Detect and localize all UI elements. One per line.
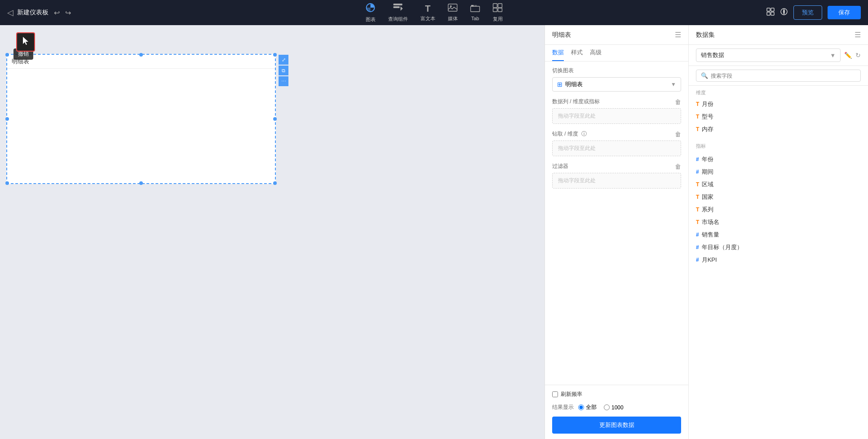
svg-point-5 (450, 5, 452, 7)
widget-copy-button[interactable]: ⧉ (279, 66, 288, 75)
extract-dim-delete-icon[interactable]: 🗑 (675, 131, 681, 138)
update-chart-button[interactable]: 更新图表数据 (552, 417, 681, 434)
main-area: 撤销 明细表 ⤢ ⧉ ⋯ 明细表 (0, 25, 868, 439)
dataset-title: 数据集 (696, 31, 715, 39)
toolbar-reuse[interactable]: 复用 (493, 3, 503, 22)
svg-rect-8 (474, 5, 477, 7)
switch-table-dropdown[interactable]: ⊞ 明细表 ▼ (552, 77, 681, 92)
theme-button[interactable] (780, 8, 788, 18)
handle-bot-center[interactable] (139, 181, 143, 185)
field-item[interactable]: #年份 (696, 153, 861, 166)
svg-rect-7 (471, 5, 474, 7)
dataset-edit-button[interactable]: ✏️ (844, 52, 852, 59)
field-item[interactable]: T型号 (696, 110, 861, 123)
toolbar-center: 图表 查询组件 T 富文本 (366, 3, 503, 23)
sub-panel-header: 明细表 ☰ (545, 25, 688, 45)
cursor-icon-box (16, 32, 35, 52)
result-row: 结果显示 全部 1000 (552, 404, 681, 411)
handle-bot-left[interactable] (5, 181, 9, 185)
switch-table-value: 明细表 (565, 80, 583, 88)
handle-top-left[interactable] (5, 53, 9, 57)
field-item[interactable]: T系列 (696, 203, 861, 216)
toolbar-media[interactable]: 媒体 (448, 4, 458, 22)
sub-panel-title: 明细表 (552, 31, 571, 39)
bottom-section: 刷新频率 结果显示 全部 1000 更新图表数 (545, 385, 688, 439)
dataset-chevron-icon: ▼ (830, 52, 836, 59)
field-item[interactable]: #期间 (696, 166, 861, 178)
tab-icon (470, 4, 480, 14)
filter-section: 过滤器 🗑 拖动字段至此处 (552, 162, 681, 189)
field-item[interactable]: T月份 (696, 98, 861, 110)
data-columns-drop-zone[interactable]: 拖动字段至此处 (552, 108, 681, 124)
extract-dim-section: 钻取 / 维度 ⓘ 🗑 拖动字段至此处 (552, 130, 681, 156)
svg-marker-3 (401, 6, 403, 11)
canvas-area[interactable]: 撤销 明细表 ⤢ ⧉ ⋯ (0, 25, 545, 439)
panel-menu-icon[interactable]: ☰ (675, 31, 681, 39)
tab-advanced[interactable]: 高级 (590, 48, 602, 61)
top-bar: ◁ 新建仪表板 ↩ ↪ 图表 (0, 0, 868, 25)
handle-top-center[interactable] (139, 53, 143, 57)
undo-button[interactable]: ↩ (52, 7, 62, 19)
refresh-checkbox[interactable] (552, 391, 558, 397)
handle-top-right[interactable] (273, 53, 277, 57)
switch-chart-label: 切换图表 (552, 67, 681, 75)
toolbar-richtext-label: 富文本 (421, 15, 435, 22)
data-columns-delete-icon[interactable]: 🗑 (675, 98, 681, 105)
field-search-input[interactable] (711, 73, 856, 79)
redo-button[interactable]: ↪ (63, 7, 73, 19)
handle-bot-right[interactable] (273, 181, 277, 185)
dataset-dropdown[interactable]: 销售数据 ▼ (696, 48, 841, 62)
field-item[interactable]: #年目标（月度） (696, 241, 861, 254)
search-icon: 🔍 (701, 72, 708, 79)
preview-button[interactable]: 预览 (793, 5, 822, 20)
refresh-label[interactable]: 刷新频率 (561, 391, 582, 398)
field-item[interactable]: T国家 (696, 191, 861, 203)
svg-rect-9 (493, 4, 497, 8)
svg-rect-6 (471, 6, 480, 12)
media-icon (448, 4, 458, 14)
save-button[interactable]: 保存 (828, 6, 861, 19)
toolbar-chart-label: 图表 (366, 16, 376, 23)
field-search-wrap: 🔍 (696, 70, 861, 82)
filter-drop-zone[interactable]: 拖动字段至此处 (552, 173, 681, 189)
dataset-refresh-button[interactable]: ↻ (855, 52, 861, 59)
widget-more-button[interactable]: ⋯ (279, 76, 288, 86)
toolbar-richtext[interactable]: T 富文本 (421, 4, 435, 22)
svg-rect-10 (498, 4, 502, 8)
metrics-list: #年份#期间T区域T国家T系列T市场名#销售量#年目标（月度）#月KPI (689, 153, 868, 266)
toolbar-tab[interactable]: Tab (470, 4, 480, 21)
result-num-option[interactable]: 1000 (604, 404, 624, 411)
chevron-down-icon: ▼ (671, 81, 676, 88)
field-item[interactable]: T内存 (696, 123, 861, 136)
tab-style[interactable]: 样式 (571, 48, 583, 61)
svg-rect-1 (394, 4, 403, 5)
toolbar-chart[interactable]: 图表 (366, 3, 376, 23)
field-item[interactable]: #月KPI (696, 254, 861, 266)
toolbar-query[interactable]: 查询组件 (388, 3, 408, 22)
filter-delete-icon[interactable]: 🗑 (675, 163, 681, 170)
chart-icon (366, 3, 376, 15)
widget-expand-button[interactable]: ⤢ (279, 55, 288, 65)
field-item[interactable]: T区域 (696, 178, 861, 191)
dataset-menu-icon[interactable]: ☰ (855, 31, 861, 39)
switch-chart-section: 切换图表 ⊞ 明细表 ▼ (552, 67, 681, 92)
widget-title-bar: 明细表 (7, 55, 275, 69)
widget-block[interactable]: 明细表 ⤢ ⧉ ⋯ (6, 54, 276, 184)
back-button[interactable]: ◁ (7, 8, 13, 18)
query-icon (393, 3, 403, 14)
field-item[interactable]: #销售量 (696, 228, 861, 241)
field-item[interactable]: T市场名 (696, 216, 861, 228)
field-search-area: 🔍 (689, 66, 868, 86)
result-all-option[interactable]: 全部 (578, 404, 597, 411)
grid-view-button[interactable] (766, 8, 775, 18)
tab-data[interactable]: 数据 (552, 48, 564, 61)
extract-dim-drop-zone[interactable]: 拖动字段至此处 (552, 140, 681, 156)
handle-mid-right[interactable] (273, 117, 277, 121)
svg-rect-16 (771, 12, 774, 15)
handle-mid-left[interactable] (5, 117, 9, 121)
sub-tabs: 数据 样式 高级 (545, 45, 688, 61)
svg-rect-12 (498, 8, 502, 12)
table-icon: ⊞ (557, 81, 562, 88)
filter-label: 过滤器 (552, 162, 568, 170)
page-title: 新建仪表板 (17, 9, 49, 17)
